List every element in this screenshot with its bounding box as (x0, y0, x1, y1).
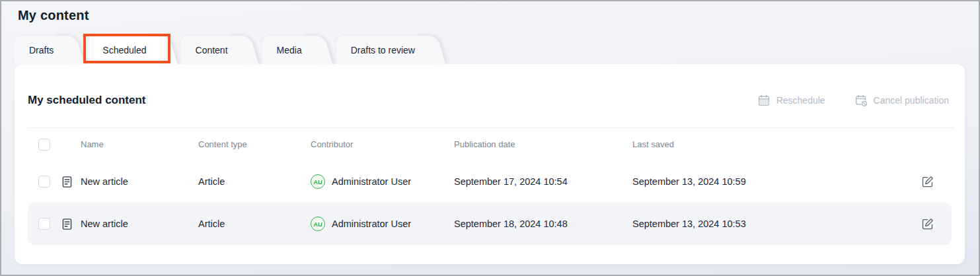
tab-drafts[interactable]: Drafts (15, 36, 65, 64)
tab-content[interactable]: Content (181, 36, 240, 64)
table-header-row: Name Content type Contributor Publicatio… (28, 128, 952, 160)
calendar-cancel-icon (854, 94, 868, 107)
column-header-publication-date: Publication date (454, 139, 632, 149)
edit-button[interactable] (920, 216, 936, 232)
row-last-saved: September 13, 2024 10:59 (632, 176, 915, 187)
table-row[interactable]: New article Article AU Administrator Use… (28, 203, 952, 245)
calendar-icon (757, 94, 771, 107)
column-header-last-saved: Last saved (632, 139, 915, 149)
tab-label: Drafts to review (351, 45, 415, 55)
cancel-publication-label: Cancel publication (874, 95, 949, 106)
select-all-checkbox[interactable] (38, 139, 50, 151)
contributor-avatar: AU (311, 174, 325, 189)
panel-header: My scheduled content Reschedule (15, 64, 965, 127)
reschedule-label: Reschedule (776, 95, 825, 106)
scheduled-content-panel: My scheduled content Reschedule (15, 64, 965, 264)
tab-drafts-to-review[interactable]: Drafts to review (336, 36, 427, 64)
scheduled-content-table: Name Content type Contributor Publicatio… (28, 128, 952, 245)
row-name: New article (81, 176, 198, 187)
panel-heading: My scheduled content (28, 94, 146, 107)
column-header-name: Name (81, 139, 198, 149)
tab-label: Drafts (29, 45, 54, 55)
table-body: New article Article AU Administrator Use… (28, 160, 952, 245)
row-checkbox[interactable] (38, 218, 50, 230)
article-icon (61, 218, 81, 230)
contributor-name: Administrator User (332, 219, 411, 229)
toolbar: Reschedule Cancel publication (757, 94, 949, 107)
column-header-content-type: Content type (198, 139, 311, 149)
tab-scheduled[interactable]: Scheduled (88, 36, 158, 64)
row-last-saved: September 13, 2024 10:53 (632, 219, 915, 229)
tab-label: Scheduled (102, 45, 146, 55)
column-header-contributor: Contributor (311, 139, 454, 149)
row-content-type: Article (198, 176, 311, 187)
row-publication-date: September 18, 2024 10:48 (454, 219, 632, 229)
contributor-name: Administrator User (332, 176, 411, 187)
row-checkbox[interactable] (38, 176, 50, 188)
table-row[interactable]: New article Article AU Administrator Use… (28, 160, 952, 203)
tab-label: Content (196, 45, 228, 55)
edit-button[interactable] (920, 174, 936, 190)
tab-label: Media (277, 45, 302, 55)
row-content-type: Article (198, 219, 311, 229)
reschedule-button[interactable]: Reschedule (757, 94, 825, 107)
tab-media[interactable]: Media (262, 36, 314, 64)
row-publication-date: September 17, 2024 10:54 (454, 176, 632, 187)
page-title: My content (18, 8, 89, 23)
tab-bar: Drafts Scheduled Content Media Drafts to… (15, 36, 449, 64)
cancel-publication-button[interactable]: Cancel publication (854, 94, 949, 107)
row-name: New article (81, 219, 198, 229)
article-icon (61, 176, 81, 188)
contributor-avatar: AU (311, 217, 325, 231)
